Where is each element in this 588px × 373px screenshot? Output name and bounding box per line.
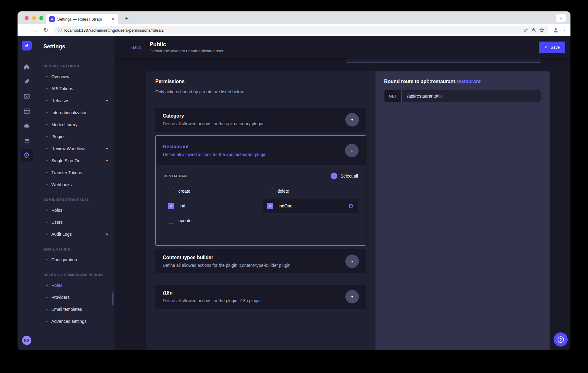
findone-settings-gear-icon[interactable]: ⚙ <box>348 203 354 209</box>
section-heading-users-permissions: USERS & PERMISSIONS PLUGIN <box>43 273 114 277</box>
accordion-i18n-header[interactable]: i18n Define all allowed actions for the … <box>155 285 366 309</box>
new-tab-button[interactable]: + <box>123 15 131 22</box>
premium-bolt-icon <box>105 232 109 236</box>
chevron-down-icon[interactable]: ▼ <box>345 113 359 126</box>
back-icon[interactable]: ← <box>21 26 29 34</box>
browser-menu-icon[interactable]: ⋮ <box>561 30 567 31</box>
section-heading-admin-panel: ADMINISTRATION PANEL <box>43 198 114 202</box>
forward-icon[interactable]: → <box>31 26 40 34</box>
reload-icon[interactable]: ↻ <box>42 26 50 34</box>
premium-bolt-icon <box>105 146 109 151</box>
accordion-category-header[interactable]: Category Define all allowed actions for … <box>155 108 366 132</box>
sidebar-item-releases[interactable]: Releases <box>36 94 114 106</box>
premium-bolt-icon <box>105 98 109 103</box>
settings-sidebar: Settings GLOBAL SETTINGS Overview API To… <box>36 36 114 350</box>
accordion-email-header[interactable]: Email Define all allowed actions for the… <box>155 277 159 281</box>
permissions-panel: Permissions Only actions bound by a rout… <box>146 71 375 350</box>
page-header: ← Back Public Default role given to unau… <box>114 36 570 58</box>
accordion-ctb-header[interactable]: Content types builder Define all allowed… <box>155 249 366 273</box>
update-checkbox[interactable] <box>168 218 174 224</box>
traffic-lights <box>25 16 43 20</box>
help-button[interactable]: ? <box>554 332 568 347</box>
back-link[interactable]: ← Back <box>125 45 141 50</box>
sidebar-scrollbar[interactable] <box>112 292 113 305</box>
sidebar-item-admin-roles[interactable]: Roles <box>36 204 114 216</box>
sidebar-item-users[interactable]: Users <box>36 216 114 228</box>
sidebar-item-single-sign-on[interactable]: Single Sign-On <box>36 154 114 166</box>
zoom-window-button[interactable] <box>39 16 43 20</box>
nav-rail: ⚙ KD <box>18 36 36 350</box>
home-icon[interactable] <box>18 59 36 74</box>
sidebar-item-api-tokens[interactable]: API Tokens <box>36 82 114 94</box>
sidebar-item-review-workflows[interactable]: Review Workflows <box>36 142 114 154</box>
chevron-down-icon[interactable]: ▼ <box>345 255 359 268</box>
bookmark-star-icon[interactable] <box>539 27 545 33</box>
sidebar-item-up-roles[interactable]: Roles <box>36 279 114 291</box>
sidebar-item-advanced-settings[interactable]: Advanced settings <box>36 315 114 327</box>
permission-create[interactable]: create <box>164 184 259 199</box>
permission-findone[interactable]: ✓ findOne ⚙ <box>263 199 358 213</box>
sidebar-item-configuration[interactable]: Configuration <box>36 254 114 266</box>
page-title: Public <box>149 41 224 48</box>
route-display: GET /api/restaurants/:id <box>384 90 541 102</box>
permissions-title: Permissions <box>155 79 366 84</box>
content-type-builder-icon[interactable] <box>18 104 36 118</box>
media-library-icon[interactable] <box>18 89 36 104</box>
sidebar-item-overview[interactable]: Overview <box>36 70 114 82</box>
question-mark-icon: ? <box>558 336 564 343</box>
sidebar-item-transfer-tokens[interactable]: Transfer Tokens <box>36 166 114 178</box>
url-text: localhost:1337/admin/settings/users-perm… <box>64 28 164 33</box>
select-all-checkbox[interactable] <box>331 173 337 179</box>
site-info-icon[interactable]: ⓘ <box>58 27 62 33</box>
user-avatar[interactable]: KD <box>22 336 31 345</box>
deploy-cloud-icon[interactable] <box>18 118 36 133</box>
sidebar-item-plugins[interactable]: Plugins <box>36 130 114 142</box>
restaurant-permissions-body: RESTAURANT Select all <box>156 165 366 245</box>
address-bar[interactable]: ⓘ localhost:1337/admin/settings/users-pe… <box>54 26 548 34</box>
delete-checkbox[interactable] <box>267 188 273 194</box>
save-button[interactable]: ✓ Save <box>539 42 565 53</box>
sidebar-item-internationalization[interactable]: Internationalization <box>36 106 114 118</box>
create-checkbox[interactable] <box>168 188 174 194</box>
accordion-restaurant: Restaurant Define all allowed actions fo… <box>155 135 366 246</box>
main-area: ← Back Public Default role given to unau… <box>114 36 570 350</box>
bound-route-title: Bound route to api::restaurant.restauran… <box>384 79 541 84</box>
back-arrow-icon: ← <box>125 45 129 50</box>
accordion-email: Email Define all allowed actions for the… <box>155 277 159 281</box>
sidebar-item-email-templates[interactable]: Email templates <box>36 303 114 315</box>
settings-gear-icon[interactable]: ⚙ <box>18 148 36 163</box>
marketplace-cart-icon[interactable] <box>18 133 36 148</box>
tab-search-chevron-icon[interactable]: ⌄ <box>556 14 566 22</box>
sidebar-item-providers[interactable]: Providers <box>36 291 114 303</box>
sidebar-item-webhooks[interactable]: Webhooks <box>36 178 114 191</box>
findone-checkbox[interactable]: ✓ <box>267 203 273 209</box>
minimize-window-button[interactable] <box>32 16 36 20</box>
bound-route-panel: Bound route to api::restaurant.restauran… <box>375 71 550 350</box>
browser-tab[interactable]: Settings — Roles | Strapi ✕ <box>46 14 118 24</box>
accordion-category: Category Define all allowed actions for … <box>155 108 366 132</box>
permissions-subtitle: Only actions bound by a route are listed… <box>155 89 366 94</box>
zoom-in-icon[interactable] <box>531 27 537 33</box>
chevron-up-icon[interactable]: ▲ <box>345 144 359 157</box>
sidebar-item-audit-logs[interactable]: Audit Logs <box>36 228 114 240</box>
strapi-logo[interactable] <box>22 41 32 50</box>
select-all-control[interactable]: Select all <box>331 173 358 179</box>
settings-title: Settings <box>43 43 114 50</box>
permission-delete[interactable]: delete <box>263 184 358 199</box>
close-window-button[interactable] <box>25 16 29 20</box>
accordion-i18n: i18n Define all allowed actions for the … <box>155 285 366 309</box>
password-key-icon[interactable] <box>523 27 529 33</box>
permission-find[interactable]: ✓ find <box>164 199 259 213</box>
browser-profile-avatar[interactable] <box>552 26 559 34</box>
tab-close-icon[interactable]: ✕ <box>111 17 115 22</box>
chevron-down-icon[interactable]: ▼ <box>345 290 359 303</box>
accordion-restaurant-header[interactable]: Restaurant Define all allowed actions fo… <box>156 136 366 165</box>
description-field-partial[interactable] <box>346 58 541 63</box>
page-subtitle: Default role given to unauthenticated us… <box>149 49 224 53</box>
permission-update[interactable]: update <box>164 213 259 228</box>
sidebar-item-media-library[interactable]: Media Library <box>36 118 114 130</box>
content-manager-feather-icon[interactable] <box>18 74 36 89</box>
browser-window: Settings — Roles | Strapi ✕ + ⌄ ← → ↻ ⓘ … <box>18 11 570 350</box>
find-checkbox[interactable]: ✓ <box>168 203 174 209</box>
tab-title: Settings — Roles | Strapi <box>57 17 108 22</box>
